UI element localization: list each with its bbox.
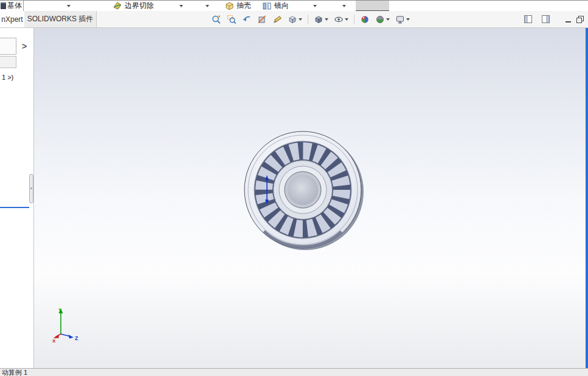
boundary-cut-button[interactable]: 边界切除 — [113, 1, 154, 11]
solidworks-window: 基体 边界切除 抽壳 镜向 — [0, 0, 588, 376]
dropdown-caret-icon[interactable] — [345, 18, 348, 21]
zoom-to-fit-button[interactable] — [212, 15, 221, 24]
display-style-icon — [314, 15, 323, 24]
status-bar: 动算例 1 — [0, 368, 588, 376]
feature-tree-tab[interactable] — [0, 38, 16, 55]
dropdown-caret-icon[interactable] — [325, 18, 328, 21]
minimize-icon[interactable] — [566, 21, 571, 23]
reference-triad[interactable]: Y X Z — [52, 307, 83, 343]
property-manager-tab[interactable] — [0, 56, 16, 68]
tab-addins-label: SOLIDWORKS 插件 — [27, 14, 94, 24]
zoom-to-area-icon — [227, 15, 237, 24]
feature-manager-panel: > 1 >) — [0, 28, 34, 368]
zoom-to-fit-icon — [212, 15, 221, 24]
dropdown-caret-icon[interactable] — [67, 5, 71, 7]
model-center-bore — [288, 175, 318, 205]
base-feature-label: 基体 — [7, 1, 22, 11]
view-orientation-button[interactable] — [288, 15, 302, 24]
dropdown-caret-icon[interactable] — [299, 18, 302, 21]
right-pane-toggle-icon[interactable] — [542, 15, 550, 23]
view-settings-icon — [395, 15, 405, 24]
triad-x-label: X — [52, 338, 56, 343]
triad-z-label: Z — [75, 335, 78, 341]
separator — [354, 15, 355, 24]
edit-appearance-icon — [360, 15, 370, 24]
mirror-label: 镜向 — [274, 1, 289, 11]
viewport-right-border — [586, 28, 588, 368]
apply-scene-button[interactable] — [375, 15, 390, 24]
tab-dimxpert-label: nXpert — [1, 15, 22, 24]
dropdown-caret-icon[interactable] — [342, 5, 346, 7]
hide-show-items-button[interactable] — [334, 15, 348, 24]
section-view-button[interactable] — [257, 15, 267, 24]
model-turbine-wheel[interactable] — [242, 129, 364, 251]
3d-drawing-view-icon — [272, 15, 282, 24]
zoom-to-area-button[interactable] — [227, 15, 237, 24]
dropdown-caret-icon[interactable] — [406, 18, 410, 21]
command-toolbar: 基体 边界切除 抽壳 镜向 — [0, 0, 588, 11]
dropdown-caret-icon[interactable] — [386, 18, 390, 21]
feature-tree-item[interactable]: 1 >) — [2, 74, 13, 81]
boundary-cut-icon — [113, 1, 122, 10]
left-pane-toggle-icon[interactable] — [524, 15, 532, 23]
shell-icon — [225, 1, 234, 10]
view-orientation-icon — [288, 15, 297, 24]
previous-view-button[interactable] — [242, 15, 252, 24]
commandmanager-tab-row: nXpert SOLIDWORKS 插件 — [0, 11, 588, 28]
dropdown-caret-icon[interactable] — [206, 5, 209, 7]
base-feature-icon — [1, 2, 6, 9]
document-window-controls — [566, 15, 584, 24]
shell-button[interactable]: 抽壳 — [225, 1, 251, 11]
panel-splitter-line — [0, 207, 29, 208]
3d-drawing-view-button[interactable] — [272, 15, 282, 24]
section-view-icon — [257, 15, 267, 24]
pane-toggles — [524, 15, 550, 23]
apply-scene-icon — [375, 15, 385, 24]
graphics-area[interactable]: Y X Z — [34, 28, 588, 368]
hide-show-items-icon — [334, 15, 344, 24]
heads-up-view-toolbar — [212, 11, 410, 27]
toolbar-blank-button[interactable] — [356, 1, 389, 12]
mirror-icon — [262, 1, 272, 10]
dropdown-caret-icon[interactable] — [313, 5, 317, 7]
motion-study-tab[interactable]: 动算例 1 — [2, 368, 27, 376]
edit-appearance-button[interactable] — [360, 15, 370, 24]
previous-view-icon — [242, 15, 252, 24]
display-style-button[interactable] — [314, 15, 328, 24]
panel-splitter-handle[interactable] — [29, 174, 33, 203]
mirror-button[interactable]: 镜向 — [262, 1, 289, 11]
base-feature-button[interactable]: 基体 — [0, 1, 24, 11]
restore-icon[interactable] — [576, 16, 584, 23]
expand-panel-button[interactable]: > — [19, 40, 30, 52]
shell-label: 抽壳 — [237, 1, 251, 11]
boundary-cut-label: 边界切除 — [125, 1, 154, 11]
triad-y-label: Y — [58, 307, 62, 313]
dropdown-caret-icon[interactable] — [179, 5, 183, 7]
view-settings-button[interactable] — [395, 15, 410, 24]
tab-solidworks-addins[interactable]: SOLIDWORKS 插件 — [24, 11, 97, 27]
tab-dimxpert[interactable]: nXpert — [0, 11, 25, 27]
separator — [308, 15, 308, 24]
